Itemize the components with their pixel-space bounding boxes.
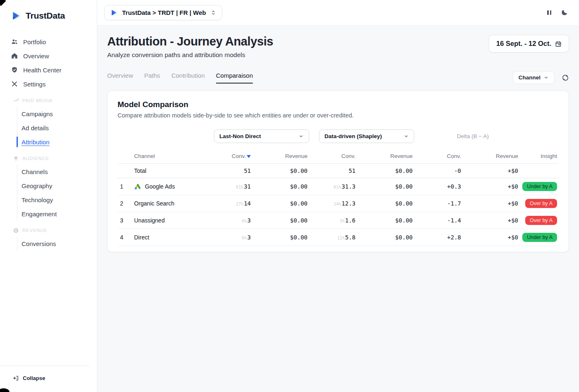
conv-a: 3 bbox=[247, 234, 251, 241]
revenue-list: Conversions bbox=[17, 237, 97, 251]
dark-mode-toggle[interactable] bbox=[560, 8, 569, 17]
paid-media-list: Campaigns Ad details Attribution bbox=[17, 107, 97, 149]
sidebar-item-label: Channels bbox=[22, 168, 48, 175]
date-range-picker[interactable]: 16 Sept. - 12 Oct. bbox=[489, 35, 569, 53]
sidebar-item-campaigns[interactable]: Campaigns bbox=[17, 107, 97, 121]
conv-a-column-header[interactable]: Conv. bbox=[211, 150, 252, 164]
revenue-delta-column-header[interactable]: Revenue bbox=[463, 150, 520, 164]
row-rank: 3 bbox=[118, 212, 132, 229]
conv-b-column-header[interactable]: Conv. bbox=[309, 150, 357, 164]
chevron-down-icon bbox=[298, 134, 304, 139]
revenue-b-column-header[interactable]: Revenue bbox=[357, 150, 414, 164]
sidebar-item-engagement[interactable]: Engagement bbox=[17, 207, 97, 221]
users-icon bbox=[11, 38, 18, 45]
total-label: Total bbox=[132, 164, 211, 178]
conv-b: 5.8 bbox=[345, 234, 356, 241]
revenue-delta: +$0 bbox=[463, 178, 520, 195]
sidebar-item-conversions[interactable]: Conversions bbox=[17, 237, 97, 251]
share-a: 27% bbox=[236, 202, 243, 206]
model-comparison-table: Channel Conv. Revenue Conv. Revenue Conv… bbox=[118, 150, 559, 246]
sidebar-item-label: Ad details bbox=[22, 124, 49, 131]
table-row-organic-search[interactable]: 2 Organic Search 27%14 $0.00 24%12.3 $0.… bbox=[118, 195, 559, 212]
sidebar-item-attribution[interactable]: Attribution bbox=[17, 135, 97, 149]
sidebar-item-ad-details[interactable]: Ad details bbox=[17, 121, 97, 135]
channel-name: Google Ads bbox=[145, 183, 175, 190]
share-b: 24% bbox=[334, 202, 341, 206]
table-row-unassigned[interactable]: 3 Unassigned 6%3 $0.00 3%1.6 $0.00 -1.4 … bbox=[118, 212, 559, 229]
table-header-row: Channel Conv. Revenue Conv. Revenue Conv… bbox=[118, 150, 559, 164]
revenue-b: $0.00 bbox=[357, 178, 414, 195]
moon-icon bbox=[561, 9, 568, 16]
revenue-a: $0.00 bbox=[252, 229, 309, 246]
conv-delta-column-header[interactable]: Conv. bbox=[414, 150, 463, 164]
workspace-selector[interactable]: TrustData > TRDT | FR | Web bbox=[104, 5, 222, 20]
insight-column-header[interactable]: Insight bbox=[520, 150, 559, 164]
sidebar-item-geography[interactable]: Geography bbox=[17, 179, 97, 193]
channel-column-header[interactable]: Channel bbox=[132, 150, 211, 164]
app-window: TrustData Portfolio Overview Health Cent… bbox=[0, 0, 579, 392]
sidebar-item-label: Overview bbox=[23, 53, 49, 60]
table-total-row: Total 51 $0.00 51 $0.00 -0 +$0 bbox=[118, 164, 559, 178]
sidebar-item-label: Portfolio bbox=[23, 38, 46, 45]
conv-a: 14 bbox=[244, 200, 251, 207]
pause-rotation-button[interactable] bbox=[545, 8, 554, 17]
trustdata-logo-icon bbox=[110, 9, 118, 17]
revenue-a: $0.00 bbox=[252, 195, 309, 212]
lightbulb-icon bbox=[13, 155, 19, 162]
row-rank: 2 bbox=[118, 195, 132, 212]
topbar: TrustData > TRDT | FR | Web bbox=[97, 0, 579, 25]
sidebar-item-label: Attribution bbox=[22, 139, 50, 146]
collapse-label: Collapse bbox=[23, 375, 45, 381]
table-row-google-ads[interactable]: 1 Google Ads 61%31 $0.00 61%31.3 $0.00 +… bbox=[118, 178, 559, 195]
card-title: Model Comparison bbox=[118, 100, 559, 109]
home-icon bbox=[11, 52, 18, 60]
tab-paths[interactable]: Paths bbox=[144, 72, 160, 84]
revenue-a-column-header[interactable]: Revenue bbox=[252, 150, 309, 164]
refresh-button[interactable] bbox=[562, 74, 569, 81]
model-comparison-card: Model Comparison Compare attribution mod… bbox=[107, 91, 569, 252]
tab-overview[interactable]: Overview bbox=[107, 72, 133, 84]
main-area: TrustData > TRDT | FR | Web Attribution … bbox=[97, 0, 579, 392]
collapse-sidebar-button[interactable]: Collapse bbox=[0, 366, 97, 392]
google-ads-icon bbox=[134, 184, 141, 190]
share-b: 11% bbox=[337, 236, 345, 240]
sidebar-item-channels[interactable]: Channels bbox=[17, 165, 97, 179]
revenue-delta: +$0 bbox=[463, 229, 520, 246]
sidebar-item-technology[interactable]: Technology bbox=[17, 193, 97, 207]
total-revenue-a: $0.00 bbox=[252, 164, 309, 178]
conv-delta: -1.7 bbox=[414, 195, 463, 212]
model-a-select[interactable]: Last-Non Direct bbox=[214, 129, 309, 143]
conv-delta: +2.8 bbox=[414, 229, 463, 246]
delta-column-label: Delta (B − A) bbox=[414, 133, 559, 139]
tab-comparaison[interactable]: Comparaison bbox=[216, 72, 253, 84]
tools-icon bbox=[11, 80, 18, 88]
sidebar-item-settings[interactable]: Settings bbox=[0, 77, 97, 91]
column-label: Conv. bbox=[232, 153, 246, 159]
conv-b: 31.3 bbox=[341, 183, 356, 190]
revenue-a: $0.00 bbox=[252, 212, 309, 229]
sidebar-item-label: Campaigns bbox=[22, 110, 53, 117]
section-label: PAID MEDIA bbox=[22, 98, 53, 103]
tab-contribution[interactable]: Contribution bbox=[171, 72, 205, 84]
page-content: Attribution - Journey Analysis Analyze c… bbox=[97, 25, 579, 392]
sidebar-item-health-center[interactable]: Health Center bbox=[0, 63, 97, 77]
sidebar-section-audience: AUDIENCE bbox=[0, 152, 97, 165]
share-a: 6% bbox=[242, 219, 247, 223]
collapse-icon bbox=[13, 375, 19, 381]
row-rank: 1 bbox=[118, 178, 132, 195]
sidebar-item-overview[interactable]: Overview bbox=[0, 49, 97, 63]
share-a: 6% bbox=[242, 236, 247, 240]
dimension-dropdown[interactable]: Channel bbox=[513, 71, 555, 84]
sidebar-item-portfolio[interactable]: Portfolio bbox=[0, 35, 97, 49]
workspace-selector-label: TrustData > TRDT | FR | Web bbox=[122, 9, 206, 16]
svg-text:$: $ bbox=[15, 229, 17, 232]
insight-badge: Under by A bbox=[522, 233, 557, 242]
tab-bar: Overview Paths Contribution Comparaison … bbox=[107, 71, 569, 84]
conv-b: 1.6 bbox=[345, 217, 356, 224]
table-row-direct[interactable]: 4 Direct 6%3 $0.00 11%5.8 $0.00 +2.8 +$0… bbox=[118, 229, 559, 246]
model-b-select[interactable]: Data-driven (Shapley) bbox=[319, 129, 414, 143]
revenue-a: $0.00 bbox=[252, 178, 309, 195]
dimension-dropdown-label: Channel bbox=[519, 74, 541, 81]
conv-a: 31 bbox=[244, 183, 251, 190]
share-b: 3% bbox=[340, 219, 345, 223]
